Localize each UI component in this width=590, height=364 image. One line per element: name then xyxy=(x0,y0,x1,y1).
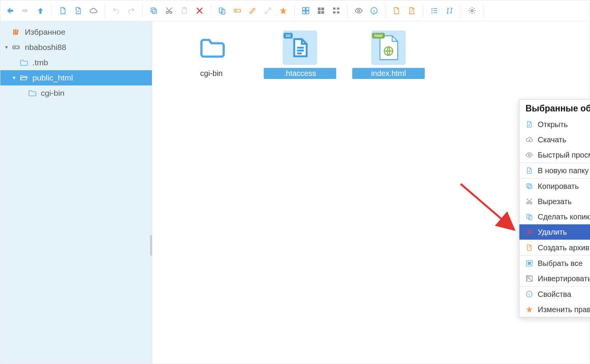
extract-button[interactable] xyxy=(389,3,404,18)
settings-button[interactable] xyxy=(465,3,479,18)
context-menu-item[interactable]: Инвертировать выбор xyxy=(519,271,590,286)
context-menu-item-label: В новую папку xyxy=(538,166,589,175)
context-menu-item[interactable]: Вырезать xyxy=(519,194,590,209)
new-file-plus-button[interactable] xyxy=(71,3,85,18)
context-menu-item[interactable]: Создать архив▶ xyxy=(519,240,590,255)
badge-html: html xyxy=(372,33,385,39)
badge-txt: txt xyxy=(284,33,293,39)
tree-item[interactable]: .tmb xyxy=(0,55,152,70)
context-menu-item-label: Скачать xyxy=(538,135,566,144)
tree-item[interactable]: ▼nbaboshi88 xyxy=(0,40,152,55)
tree-item-label: Избранное xyxy=(25,27,65,37)
folder-icon xyxy=(19,73,29,83)
context-menu-item-label: Открыть xyxy=(538,120,568,129)
books-icon xyxy=(11,27,21,37)
tree-item[interactable]: cgi-bin xyxy=(0,85,152,101)
archive-button[interactable] xyxy=(405,3,419,18)
context-menu-item[interactable]: Свойства xyxy=(519,287,590,302)
folder-icon xyxy=(19,58,29,68)
file-item[interactable]: htmlindex.html xyxy=(352,31,425,79)
toolbar-separator xyxy=(52,4,52,17)
context-menu-item[interactable]: Копировать xyxy=(519,179,590,194)
hdd-icon xyxy=(11,42,21,52)
context-menu-item-label: Инвертировать выбор xyxy=(538,274,590,283)
rename-button[interactable] xyxy=(230,3,245,18)
context-menu-item[interactable]: Открыть xyxy=(519,117,590,132)
tree-item-label: nbaboshi88 xyxy=(25,43,66,52)
toolbar-separator xyxy=(461,4,461,17)
forward-button[interactable] xyxy=(18,3,32,18)
html-file-icon: html xyxy=(371,31,406,65)
file-label: .htaccess xyxy=(264,68,336,79)
context-menu-title: Выбранные объекты (2) xyxy=(519,100,590,117)
file-label: cgi-bin xyxy=(194,68,229,79)
cut-button[interactable] xyxy=(162,3,176,18)
context-menu-item[interactable]: Удалить xyxy=(519,224,590,240)
duplicate-button[interactable] xyxy=(215,3,229,18)
paste-button[interactable] xyxy=(177,3,192,18)
file-grid[interactable]: cgi-bintxt.htaccesshtmlindex.html Выбран… xyxy=(152,21,590,364)
eye-icon xyxy=(525,150,534,159)
file-zip-icon xyxy=(525,243,534,252)
delete-button[interactable] xyxy=(192,3,207,18)
info-icon xyxy=(525,290,534,299)
cloud-down-icon xyxy=(525,135,534,144)
resize-button[interactable] xyxy=(261,3,275,18)
chevron-down-icon[interactable]: ▼ xyxy=(2,43,11,52)
toolbar-separator xyxy=(483,4,484,17)
context-menu-item-label: Быстрый просмотр xyxy=(538,151,590,159)
context-menu-item-label: Вырезать xyxy=(538,197,572,206)
preview-button[interactable] xyxy=(351,3,366,18)
info-button[interactable] xyxy=(367,3,381,18)
new-file-button[interactable] xyxy=(56,3,70,18)
toolbar-separator xyxy=(294,4,295,17)
context-menu-item-label: Свойства xyxy=(538,290,571,299)
back-button[interactable] xyxy=(3,3,17,18)
tree-item[interactable]: ▼public_html xyxy=(0,70,152,85)
edit-button[interactable] xyxy=(245,3,260,18)
toolbar xyxy=(0,0,590,21)
view-medium-button[interactable] xyxy=(314,3,328,18)
upload-button[interactable] xyxy=(86,3,101,18)
permissions-button[interactable] xyxy=(276,3,290,18)
txt-file-icon: txt xyxy=(283,31,317,65)
annotation-arrow xyxy=(458,181,519,238)
tree-item-label: cgi-bin xyxy=(41,89,64,98)
delete-x-icon xyxy=(525,227,534,237)
up-button[interactable] xyxy=(33,3,48,18)
folder-tree-sidebar: Избранное▼nbaboshi88.tmb▼public_htmlcgi-… xyxy=(0,21,152,364)
context-menu-item[interactable]: Скачать xyxy=(519,132,590,147)
toolbar-separator xyxy=(385,4,385,17)
file-new-icon xyxy=(525,166,534,175)
undo-button[interactable] xyxy=(109,3,123,18)
sort-button[interactable] xyxy=(442,3,457,18)
list-view-button[interactable] xyxy=(427,3,442,18)
context-menu-item[interactable]: Изменить права доступа xyxy=(519,302,590,317)
context-menu-item-label: Изменить права доступа xyxy=(538,305,590,314)
tree-item-label: .tmb xyxy=(32,58,48,67)
context-menu-item[interactable]: Сделать копию xyxy=(519,209,590,224)
toolbar-separator xyxy=(142,4,143,17)
copy-button[interactable] xyxy=(147,3,161,18)
context-menu-item[interactable]: Быстрый просмотр xyxy=(519,147,590,163)
star-icon xyxy=(525,305,534,314)
file-item[interactable]: txt.htaccess xyxy=(264,31,336,79)
chevron-down-icon[interactable]: ▼ xyxy=(10,73,19,82)
redo-button[interactable] xyxy=(124,3,139,18)
file-item[interactable]: cgi-bin xyxy=(175,31,248,79)
select-inv-icon xyxy=(525,274,534,283)
tree-item-label: public_html xyxy=(32,73,73,82)
context-menu-item[interactable]: Выбрать все xyxy=(519,256,590,271)
folder-icon xyxy=(194,31,229,65)
context-menu-item[interactable]: В новую папку xyxy=(519,163,590,178)
view-list-button[interactable] xyxy=(329,3,343,18)
view-icons-button[interactable] xyxy=(298,3,313,18)
context-menu-item-label: Выбрать все xyxy=(538,259,583,268)
tree-item[interactable]: Избранное xyxy=(0,24,152,40)
context-menu-item-label: Сделать копию xyxy=(538,213,590,221)
toolbar-separator xyxy=(423,4,423,17)
duplicate-icon xyxy=(525,212,534,221)
select-all-icon xyxy=(525,259,534,268)
context-menu-item-label: Создать архив xyxy=(538,243,589,252)
folder-icon xyxy=(27,88,37,98)
